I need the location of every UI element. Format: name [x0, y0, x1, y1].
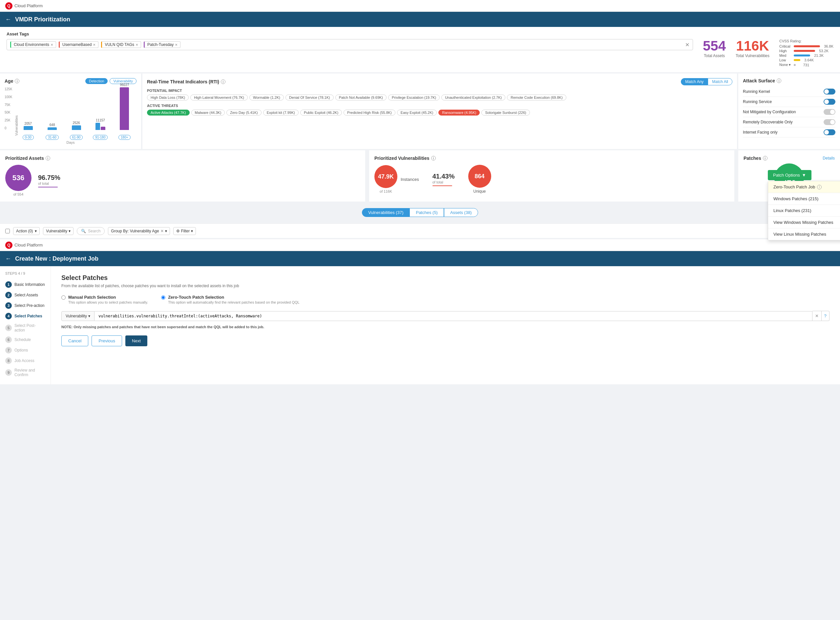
internet-facing-toggle[interactable]: [823, 129, 835, 135]
match-all-btn[interactable]: Match All: [708, 78, 732, 85]
running-kernel-toggle[interactable]: [823, 89, 835, 95]
step-6-num: 6: [5, 336, 12, 343]
tag-patch-tuesday[interactable]: Patch-Tuesday ✕: [144, 41, 180, 48]
rti-tag-unauth-exploit[interactable]: Unauthenticated Exploitation (2.7K): [441, 95, 505, 101]
manual-patch-radio[interactable]: [62, 295, 66, 299]
zero-touch-option[interactable]: Zero-Touch Patch Selection This option w…: [161, 295, 300, 304]
not-mitigated-toggle[interactable]: [823, 109, 835, 115]
x-label-91-180[interactable]: 91-180: [93, 135, 108, 140]
patches-info-icon[interactable]: i: [763, 156, 768, 161]
chart-x-labels: 0-30 31-60 61-90 91-180 180+: [20, 135, 133, 140]
patches-details-link[interactable]: Details: [823, 156, 835, 161]
step-7[interactable]: 7 Options: [0, 345, 51, 355]
remotely-discoverable-toggle[interactable]: [823, 119, 835, 125]
lower-back-button[interactable]: ←: [5, 255, 11, 262]
rti-tag-wormable[interactable]: Wormable (1.2K): [249, 95, 284, 101]
tag-usernamebased[interactable]: UsernameBased ✕: [59, 41, 98, 48]
rti-tag-rce[interactable]: Remote Code Execution (69.8K): [507, 95, 566, 101]
step-6[interactable]: 6 Schedule: [0, 334, 51, 345]
tag-vuln-remove[interactable]: ✕: [135, 43, 138, 47]
rti-tag-zero-day[interactable]: Zero Day (5.41K): [226, 110, 261, 116]
tag-cloud-environments[interactable]: Cloud Environments ✕: [10, 41, 56, 48]
rti-tag-predicted-high-risk[interactable]: Predicted High Risk (55.8K): [344, 110, 395, 116]
step-8-label: Job Access: [14, 358, 35, 363]
vulnerability-type-select[interactable]: Vulnerability ▾: [43, 227, 74, 235]
rti-tag-exploit-kit[interactable]: Exploit kit (7.99K): [263, 110, 299, 116]
patch-view-windows-missing[interactable]: View Windows Missing Patches: [768, 217, 840, 229]
qql-type-select[interactable]: Vulnerability ▾: [62, 311, 95, 321]
sidebar: STEPS 4 / 9 1 Basic Information 2 Select…: [0, 266, 51, 384]
group-by-x[interactable]: ✕: [161, 229, 164, 233]
qql-help-btn[interactable]: ?: [822, 311, 829, 321]
patch-options-button[interactable]: Patch Options ▼: [768, 170, 811, 180]
rti-info-icon[interactable]: i: [221, 80, 225, 84]
tag-vuln-qid[interactable]: VULN QID TAGs ✕: [101, 41, 141, 48]
patches-panel: Patches i Details 426 Patch Options ▼ Ze…: [738, 150, 840, 202]
rti-tag-patch-not-available[interactable]: Patch Not Available (9.69K): [335, 95, 386, 101]
total-assets-stat: 554 Total Assets: [703, 39, 726, 58]
step-7-num: 7: [5, 347, 12, 354]
manual-patch-option[interactable]: Manual Patch Selection This option allow…: [62, 295, 148, 304]
rti-tag-high-lateral[interactable]: High Lateral Movement (76.7K): [190, 95, 248, 101]
rti-tag-public-exploit[interactable]: Public Exploit (46.2K): [300, 110, 342, 116]
instances-label: Instances: [401, 177, 419, 182]
tag-cloud-remove[interactable]: ✕: [51, 43, 53, 47]
rti-tag-malware[interactable]: Malware (44.3K): [191, 110, 225, 116]
zero-touch-radio[interactable]: [161, 295, 165, 299]
detection-btn[interactable]: Detection: [85, 78, 108, 84]
patch-view-linux-missing[interactable]: View Linux Missing Patches: [768, 229, 840, 240]
back-button[interactable]: ←: [5, 16, 11, 23]
rti-tag-denial-of-service[interactable]: Denial Of Service (78.1K): [286, 95, 334, 101]
search-box[interactable]: 🔍 Search: [77, 227, 105, 235]
prioritized-vulns-info-icon[interactable]: i: [431, 156, 436, 161]
step-7-label: Options: [14, 348, 28, 352]
zero-touch-info-icon[interactable]: i: [817, 185, 822, 190]
previous-button[interactable]: Previous: [92, 336, 122, 346]
patch-windows-patches[interactable]: Windows Patches (215): [768, 193, 840, 205]
tab-vulnerabilities[interactable]: Vulnerabilities (37): [362, 208, 410, 217]
match-any-btn[interactable]: Match Any: [681, 78, 708, 85]
main-form: Select Patches From the available list o…: [51, 266, 840, 384]
step-8[interactable]: 8 Job Access: [0, 355, 51, 366]
select-all-checkbox[interactable]: [5, 229, 10, 233]
qql-input[interactable]: [95, 311, 813, 321]
bottom-panels: Prioritized Assets i 536 of 554 96.75% o…: [0, 150, 840, 202]
tag-username-remove[interactable]: ✕: [93, 43, 96, 47]
qql-clear-btn[interactable]: ✕: [813, 311, 822, 321]
x-label-180plus[interactable]: 180+: [119, 135, 131, 140]
step-5[interactable]: 5 Select Post-action: [0, 321, 51, 334]
rti-tag-easy-exploit[interactable]: Easy Exploit (45.2K): [397, 110, 437, 116]
x-label-31-60[interactable]: 31-60: [46, 135, 59, 140]
step-4[interactable]: 4 Select Patches: [0, 311, 51, 321]
running-service-toggle[interactable]: [823, 99, 835, 105]
next-button[interactable]: Next: [125, 336, 147, 346]
rti-tag-active-attacks[interactable]: Active Attacks (47.7K): [147, 110, 190, 116]
action-dropdown[interactable]: Action (0) ▾: [13, 227, 40, 235]
note-label: NOTE:: [62, 325, 72, 329]
rti-tag-high-data-loss[interactable]: High Data Loss (78K): [147, 95, 189, 101]
step-9[interactable]: 9 Review and Confirm: [0, 366, 51, 379]
patch-zero-touch-job[interactable]: Zero-Touch Patch Job i: [768, 181, 840, 193]
step-2[interactable]: 2 Select Assets: [0, 290, 51, 300]
tab-patches[interactable]: Patches (5): [410, 208, 443, 217]
cancel-button[interactable]: Cancel: [62, 336, 88, 346]
tab-assets[interactable]: Assets (38): [444, 208, 478, 217]
patch-linux-patches[interactable]: Linux Patches (231): [768, 205, 840, 217]
rti-tag-privilege-escalation[interactable]: Privilege Escalation (19.7K): [388, 95, 440, 101]
filter-btn[interactable]: ⚙ Filter ▾: [173, 227, 196, 235]
x-label-61-90[interactable]: 61-90: [70, 135, 83, 140]
rti-tag-ransomware[interactable]: Ransomware (4.95K): [438, 110, 480, 116]
step-1[interactable]: 1 Basic Information: [0, 279, 51, 290]
tag-patch-remove[interactable]: ✕: [175, 43, 177, 47]
step-3[interactable]: 3 Select Pre-action: [0, 300, 51, 311]
age-info-icon[interactable]: i: [15, 79, 20, 83]
rti-tag-solorigate[interactable]: Solorigate Sunburst (226): [481, 110, 530, 116]
attack-surface-info-icon[interactable]: i: [777, 78, 781, 83]
tags-clear-button[interactable]: ✕: [685, 42, 690, 48]
total-assets-label: Total Assets: [703, 54, 726, 58]
patch-options-chevron: ▼: [802, 173, 806, 178]
group-by-label: Group By: Vulnerability Age: [111, 229, 159, 233]
group-by-btn[interactable]: Group By: Vulnerability Age ✕ ▾: [108, 227, 170, 235]
prioritized-assets-info-icon[interactable]: i: [46, 156, 50, 161]
x-label-0-30[interactable]: 0-30: [23, 135, 34, 140]
